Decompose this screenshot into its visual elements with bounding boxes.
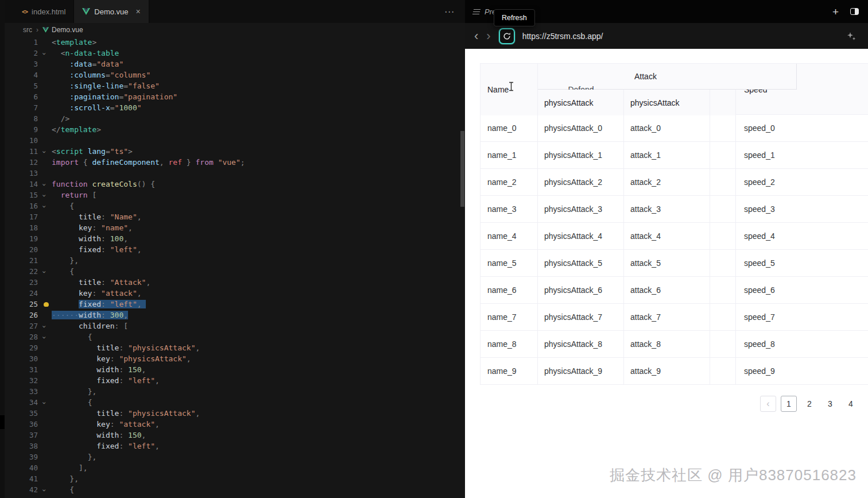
line-number: 23 bbox=[0, 277, 38, 288]
table-body: name_0physicsAttack_0attack_0speed_0name… bbox=[480, 115, 868, 385]
tab-index-html[interactable]: <> index.html bbox=[14, 0, 74, 23]
code-line[interactable]: 5 :single-line="false" bbox=[0, 80, 465, 91]
code-line[interactable]: 29 title: "physicsAttack", bbox=[0, 342, 465, 353]
breadcrumb-file[interactable]: Demo.vue bbox=[42, 26, 83, 34]
pagination-page[interactable]: 3 bbox=[822, 396, 838, 412]
code-line[interactable]: 37 width: 150, bbox=[0, 430, 465, 441]
code-line[interactable]: 7 :scroll-x="1000" bbox=[0, 102, 465, 113]
pagination-page[interactable]: 1 bbox=[781, 396, 797, 412]
code-line[interactable]: 40 ], bbox=[0, 462, 465, 473]
code-line[interactable]: 42› { bbox=[0, 484, 465, 495]
code-line[interactable]: 16› { bbox=[0, 200, 465, 211]
code-line[interactable]: 21 }, bbox=[0, 255, 465, 266]
code-line[interactable]: 20 fixed: "left", bbox=[0, 244, 465, 255]
table-row: name_8physicsAttack_8attack_8speed_8 bbox=[480, 331, 868, 358]
code-line[interactable]: 35 title: "physicsAttack", bbox=[0, 408, 465, 419]
fold-chevron-icon[interactable]: › bbox=[38, 150, 49, 154]
breadcrumb[interactable]: src › Demo.vue bbox=[0, 23, 465, 37]
table-cell bbox=[710, 358, 736, 384]
refresh-button[interactable] bbox=[499, 28, 515, 44]
code-line[interactable]: 30 key: "physicsAttack", bbox=[0, 353, 465, 364]
split-view-icon[interactable] bbox=[850, 8, 859, 15]
add-tab-icon[interactable]: + bbox=[832, 6, 839, 17]
fold-chevron-icon[interactable]: › bbox=[38, 183, 49, 187]
code-line[interactable]: 18 key: "name", bbox=[0, 222, 465, 233]
line-number: 33 bbox=[0, 386, 38, 397]
table-cell: physicsAttack_8 bbox=[538, 331, 624, 357]
code-line[interactable]: 12import { defineComponent, ref } from "… bbox=[0, 157, 465, 168]
back-icon[interactable]: ‹ bbox=[474, 30, 478, 43]
line-number: 12 bbox=[0, 157, 38, 168]
code-line[interactable]: 8 /> bbox=[0, 113, 465, 124]
table-cell: speed_2 bbox=[736, 169, 868, 195]
code-line[interactable]: 14›function createCols() { bbox=[0, 179, 465, 190]
fold-chevron-icon[interactable]: › bbox=[38, 204, 49, 209]
table-cell: name_7 bbox=[480, 304, 538, 330]
code-line[interactable]: 6 :pagination="pagination" bbox=[0, 91, 465, 102]
code-line[interactable]: 32 fixed: "left", bbox=[0, 375, 465, 386]
code-line[interactable]: 38 fixed: "left", bbox=[0, 441, 465, 451]
more-actions-icon[interactable]: ⋯ bbox=[444, 6, 455, 18]
code-line[interactable]: 22› { bbox=[0, 266, 465, 277]
code-line[interactable]: 4 :columns="columns" bbox=[0, 70, 465, 80]
pagination-page[interactable]: 4 bbox=[843, 396, 859, 412]
code-line[interactable]: 25 fixed: "left", bbox=[0, 299, 465, 310]
code-line[interactable]: 28› { bbox=[0, 331, 465, 342]
table-cell: speed_6 bbox=[736, 277, 868, 303]
column-header-physics-attack-2: physicsAttack bbox=[624, 90, 710, 115]
code-line[interactable]: 39 }, bbox=[0, 451, 465, 462]
code-line[interactable]: 10 bbox=[0, 135, 465, 146]
lightbulb-icon[interactable] bbox=[44, 302, 49, 307]
side-panel-notch bbox=[0, 415, 5, 429]
code-line[interactable]: 17 title: "Name", bbox=[0, 211, 465, 222]
code-line[interactable]: 13 bbox=[0, 168, 465, 179]
code-line[interactable]: 15› return [ bbox=[0, 190, 465, 200]
code-line[interactable]: 2› <n-data-table bbox=[0, 48, 465, 59]
line-number: 25 bbox=[0, 299, 38, 310]
code-line[interactable]: 1<template> bbox=[0, 37, 465, 48]
code-line[interactable]: 24 key: "attack", bbox=[0, 288, 465, 299]
table-cell: physicsAttack_0 bbox=[538, 115, 624, 141]
vue-logo-icon bbox=[42, 27, 49, 33]
code-line[interactable]: 33 }, bbox=[0, 386, 465, 397]
line-number: 30 bbox=[0, 353, 38, 364]
code-line[interactable]: 27› children: [ bbox=[0, 321, 465, 331]
fold-chevron-icon[interactable]: › bbox=[38, 335, 49, 339]
code-line[interactable]: 41 }, bbox=[0, 473, 465, 484]
code-line[interactable]: 3 :data="data" bbox=[0, 59, 465, 70]
editor-scrollbar[interactable] bbox=[460, 131, 464, 207]
fold-chevron-icon[interactable]: › bbox=[38, 194, 49, 198]
table-cell: speed_4 bbox=[736, 223, 868, 249]
table-cell bbox=[710, 196, 736, 222]
line-number: 3 bbox=[0, 59, 38, 70]
code-line[interactable]: 11›<script lang="ts"> bbox=[0, 146, 465, 157]
fold-chevron-icon[interactable]: › bbox=[38, 401, 49, 405]
pagination-page[interactable]: 2 bbox=[801, 396, 817, 412]
code-line[interactable]: 23 title: "Attack", bbox=[0, 277, 465, 288]
table-cell: name_0 bbox=[480, 115, 538, 141]
url-field[interactable]: https://z5trsm.csb.app/ bbox=[522, 32, 603, 41]
table-cell: name_4 bbox=[480, 223, 538, 249]
code-line[interactable]: 34› { bbox=[0, 397, 465, 408]
prev-page-button[interactable]: ‹ bbox=[760, 396, 776, 412]
forward-icon[interactable]: › bbox=[486, 30, 490, 43]
code-line[interactable]: 31 width: 150, bbox=[0, 364, 465, 375]
code-lines[interactable]: 1<template>2› <n-data-table3 :data="data… bbox=[0, 37, 465, 498]
code-line[interactable]: 36 key: "attack", bbox=[0, 419, 465, 430]
line-number: 2 bbox=[0, 48, 38, 59]
breadcrumb-root[interactable]: src bbox=[23, 26, 32, 34]
fold-chevron-icon[interactable]: › bbox=[38, 52, 49, 56]
fold-chevron-icon[interactable]: › bbox=[38, 325, 49, 329]
tab-demo-vue[interactable]: Demo.vue × bbox=[74, 0, 149, 23]
line-number: 42 bbox=[0, 484, 38, 495]
code-line[interactable]: 9</template> bbox=[0, 124, 465, 135]
code-line[interactable]: 26······width: 300, bbox=[0, 310, 465, 321]
sparkles-icon[interactable] bbox=[846, 31, 857, 41]
fold-chevron-icon[interactable]: › bbox=[38, 488, 49, 492]
code-line[interactable]: 19 width: 100, bbox=[0, 233, 465, 244]
fold-chevron-icon[interactable]: › bbox=[38, 270, 49, 274]
line-number: 31 bbox=[0, 364, 38, 375]
line-number: 29 bbox=[0, 342, 38, 353]
close-icon[interactable]: × bbox=[136, 7, 141, 16]
table-cell: name_5 bbox=[480, 250, 538, 276]
